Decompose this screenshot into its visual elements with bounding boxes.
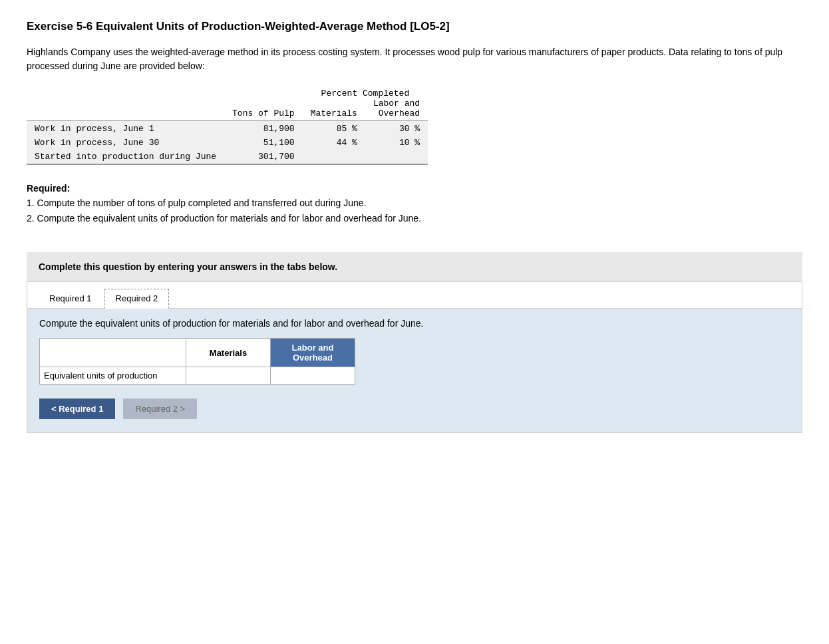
nav-buttons: < Required 1 Required 2 > <box>39 399 790 419</box>
answer-table-blank-header <box>40 339 186 367</box>
required-item-1: 1. Compute the number of tons of pulp co… <box>27 196 802 210</box>
data-table: Percent Completed Tons of Pulp Materials… <box>27 86 428 165</box>
row1-labor: 30 % <box>365 121 428 136</box>
row2-tons: 51,100 <box>224 136 303 150</box>
required2-nav-button[interactable]: Required 2 > <box>123 399 197 419</box>
tab-required1[interactable]: Required 1 <box>38 289 103 308</box>
row1-tons: 81,900 <box>224 121 303 136</box>
table-row: Started into production during June 301,… <box>27 150 428 164</box>
row1-label: Work in process, June 1 <box>27 121 224 136</box>
tabs-header: Required 1 Required 2 <box>27 282 802 309</box>
row2-label: Work in process, June 30 <box>27 136 224 150</box>
table-col-blank <box>27 86 224 98</box>
materials-input-cell[interactable] <box>186 367 271 385</box>
materials-col-header: Materials <box>186 339 271 367</box>
answer-table: Materials Labor andOverhead Equivalent u… <box>39 338 355 385</box>
required1-nav-button[interactable]: < Required 1 <box>39 399 115 419</box>
row2-labor: 10 % <box>365 136 428 150</box>
answer-row: Equivalent units of production <box>40 367 355 385</box>
materials-answer-input[interactable] <box>198 371 258 381</box>
equiv-units-label: Equivalent units of production <box>40 367 186 385</box>
tab-content: Compute the equivalent units of producti… <box>27 309 802 432</box>
labor-input-cell[interactable] <box>271 367 355 385</box>
tab-description: Compute the equivalent units of producti… <box>39 318 790 329</box>
page-title: Exercise 5-6 Equivalent Units of Product… <box>27 20 802 33</box>
materials-header: Materials <box>303 98 365 121</box>
tons-of-pulp-header: Tons of Pulp <box>224 98 303 121</box>
percent-completed-header: Percent Completed <box>303 86 428 98</box>
required-item-2: 2. Compute the equivalent units of produ… <box>27 211 802 226</box>
labor-col-header: Labor andOverhead <box>271 339 355 367</box>
required-label: Required: <box>27 183 70 194</box>
row3-label: Started into production during June <box>27 150 224 164</box>
required-section: Required: 1. Compute the number of tons … <box>27 181 802 226</box>
table-col-blank3 <box>27 98 224 121</box>
table-row: Work in process, June 1 81,900 85 % 30 % <box>27 121 428 136</box>
complete-box-text: Complete this question by entering your … <box>39 261 790 272</box>
table-row: Work in process, June 30 51,100 44 % 10 … <box>27 136 428 150</box>
tabs-container: Required 1 Required 2 Compute the equiva… <box>27 281 802 433</box>
table-col-blank2 <box>224 86 303 98</box>
labor-answer-input[interactable] <box>283 371 343 381</box>
tab-required2[interactable]: Required 2 <box>104 289 170 309</box>
answer-table-wrapper: Materials Labor andOverhead Equivalent u… <box>39 338 355 397</box>
labor-overhead-header: Labor and Overhead <box>365 98 428 121</box>
intro-text: Highlands Company uses the weighted-aver… <box>27 45 802 73</box>
row2-materials: 44 % <box>303 136 365 150</box>
row3-labor <box>365 150 428 164</box>
row3-materials <box>303 150 365 164</box>
row3-tons: 301,700 <box>224 150 303 164</box>
complete-box: Complete this question by entering your … <box>27 252 802 281</box>
row1-materials: 85 % <box>303 121 365 136</box>
